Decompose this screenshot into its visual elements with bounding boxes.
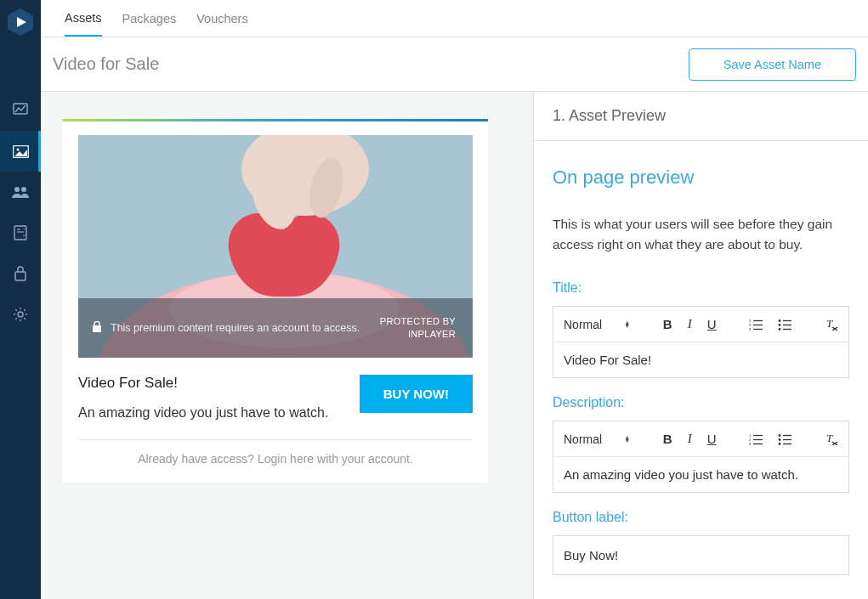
title-editor: Normal ▲▼ B I U 123 — [553, 306, 849, 378]
svg-line-19 — [24, 318, 25, 319]
title-toolbar: Normal ▲▼ B I U 123 — [553, 307, 848, 342]
nav-assets[interactable] — [0, 131, 41, 172]
section-desc: This is what your users will see before … — [553, 214, 849, 255]
svg-line-18 — [15, 309, 16, 310]
main: Assets Packages Vouchers Video for Sale … — [41, 0, 868, 599]
svg-point-51 — [779, 438, 781, 441]
italic-button[interactable]: I — [688, 317, 692, 331]
svg-point-5 — [14, 187, 20, 192]
tab-vouchers[interactable]: Vouchers — [196, 2, 247, 36]
underline-button[interactable]: U — [707, 432, 717, 446]
preview-desc: An amazing video you just have to watch. — [78, 405, 343, 421]
title-input[interactable]: Video For Sale! — [553, 342, 848, 377]
title-label: Title: — [553, 280, 849, 296]
description-editor: Normal ▲▼ B I U 123 — [553, 421, 849, 493]
svg-text:T: T — [826, 432, 833, 444]
chevron-updown-icon: ▲▼ — [624, 436, 630, 442]
svg-text:3: 3 — [749, 442, 752, 445]
svg-rect-12 — [15, 272, 26, 280]
svg-point-52 — [779, 443, 781, 445]
description-input[interactable]: An amazing video you just have to watch. — [553, 457, 848, 492]
underline-button[interactable]: U — [707, 317, 717, 331]
ordered-list-button[interactable]: 123 — [749, 433, 763, 445]
svg-point-36 — [779, 324, 781, 326]
svg-point-35 — [779, 319, 781, 322]
preview-card: This premium content requires an account… — [63, 119, 488, 483]
svg-point-50 — [779, 434, 781, 437]
clear-format-button[interactable]: T — [825, 432, 838, 445]
unordered-list-button[interactable] — [778, 433, 791, 445]
section-heading: On page preview — [553, 167, 849, 189]
preview-title: Video For Sale! — [78, 375, 343, 392]
clear-format-button[interactable]: T — [825, 318, 838, 331]
login-link[interactable]: Already have access? Login here with you… — [78, 439, 473, 466]
description-label: Description: — [553, 395, 849, 410]
format-select[interactable]: Normal ▲▼ — [564, 318, 630, 331]
button-label-label: Button label: — [553, 510, 849, 525]
app-logo — [3, 5, 37, 39]
tab-packages[interactable]: Packages — [122, 2, 177, 36]
ordered-list-button[interactable]: 123 — [749, 319, 763, 331]
save-asset-name-button[interactable]: Save Asset Name — [689, 48, 856, 81]
svg-text:3: 3 — [749, 327, 752, 331]
svg-point-37 — [779, 328, 781, 331]
preview-panel: This premium content requires an account… — [41, 92, 534, 599]
tabs: Assets Packages Vouchers — [41, 0, 868, 37]
description-toolbar: Normal ▲▼ B I U 123 — [553, 421, 848, 457]
nav-dashboard[interactable] — [0, 90, 41, 131]
lock-icon — [92, 321, 102, 336]
format-select[interactable]: Normal ▲▼ — [564, 432, 630, 446]
button-label-input[interactable] — [553, 535, 849, 575]
svg-point-13 — [18, 312, 23, 317]
title-row: Video for Sale Save Asset Name — [41, 37, 868, 92]
protected-by: PROTECTED BY INPLAYER — [380, 315, 456, 341]
svg-line-20 — [15, 318, 16, 319]
tab-assets[interactable]: Assets — [65, 1, 102, 37]
form-panel: 1. Asset Preview On page preview This is… — [534, 92, 868, 599]
page-title: Video for Sale — [53, 54, 159, 74]
nav-settings[interactable] — [0, 294, 41, 335]
chevron-updown-icon: ▲▼ — [624, 321, 630, 327]
svg-rect-28 — [93, 325, 101, 332]
nav-reports[interactable]: += — [0, 212, 41, 253]
sidebar: += — [0, 0, 41, 599]
bold-button[interactable]: B — [663, 317, 672, 331]
svg-point-6 — [21, 187, 26, 192]
svg-text:+: + — [23, 226, 26, 231]
svg-line-21 — [24, 309, 25, 310]
svg-text:T: T — [826, 318, 833, 330]
buy-now-button[interactable]: BUY NOW! — [360, 375, 473, 413]
preview-overlay: This premium content requires an account… — [78, 298, 473, 358]
nav-audience[interactable] — [0, 172, 41, 212]
step-header: 1. Asset Preview — [534, 92, 868, 141]
nav-access[interactable] — [0, 253, 41, 294]
preview-image: This premium content requires an account… — [78, 135, 473, 358]
svg-text:=: = — [23, 233, 26, 238]
italic-button[interactable]: I — [688, 432, 692, 446]
unordered-list-button[interactable] — [778, 319, 791, 331]
overlay-message: This premium content requires an account… — [111, 322, 360, 334]
svg-point-4 — [16, 148, 19, 150]
bold-button[interactable]: B — [663, 432, 672, 446]
